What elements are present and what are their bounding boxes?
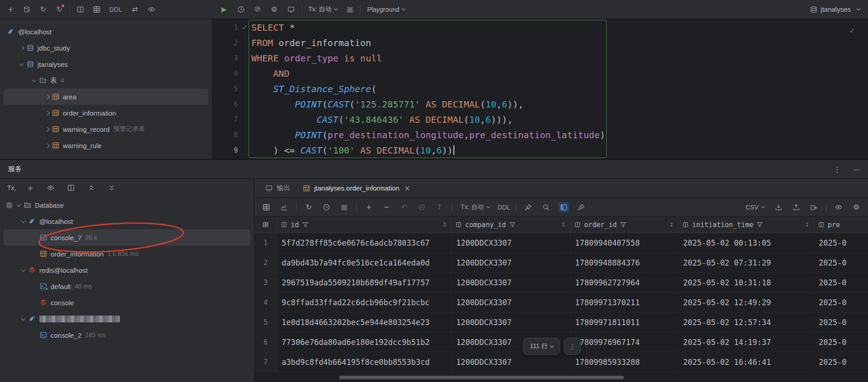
table-cell[interactable]: 2025-05-02 10:31:18 — [679, 273, 814, 292]
table-cell[interactable]: 9c8ffad33ffad22c6dcb96bc9f21bcbc — [277, 293, 452, 312]
table-cell[interactable]: 1200DDCX3307 — [452, 293, 571, 312]
tree-item-order-information[interactable]: order_information — [0, 105, 212, 121]
sort-icon[interactable]: ↕ — [561, 221, 566, 228]
current-database-dropdown[interactable]: jtanalyses — [810, 5, 868, 13]
row-number[interactable]: 5 — [255, 312, 277, 332]
view-options-button[interactable] — [44, 182, 57, 194]
explain-plan-button[interactable]: ℗ — [251, 3, 264, 15]
editor-line[interactable]: 1 ✓ SELECT * — [212, 20, 868, 35]
export-button[interactable] — [808, 202, 819, 213]
table-cell[interactable]: 1200DDCX3307 — [452, 312, 571, 332]
tree-item-area[interactable]: area — [4, 89, 208, 105]
column-header-initiation-time[interactable]: initiation_time ↕ — [679, 217, 814, 233]
editor-line[interactable]: 2 FROM order_information — [212, 35, 868, 51]
pin-tab-button[interactable] — [523, 202, 534, 213]
tree-item-console-7[interactable]: console_7 26 s — [4, 229, 250, 246]
stop-query-button[interactable]: ■ — [339, 202, 349, 213]
row-count-dropdown[interactable]: 111 行 — [523, 338, 560, 355]
reload-button[interactable]: ↻ — [303, 202, 314, 213]
column-header-order-id[interactable]: order_id ↕ — [571, 217, 679, 233]
table-cell[interactable]: 1200DDCX3307 — [452, 352, 571, 372]
table-cell[interactable]: 17809948884376 — [571, 253, 679, 272]
row-number[interactable]: 2 — [255, 253, 277, 272]
grid-view-button[interactable] — [261, 202, 272, 213]
import-button[interactable] — [773, 202, 784, 213]
collapse-all-button[interactable] — [105, 182, 118, 194]
table-cell[interactable]: 2025-05-02 00:13:05 — [679, 233, 814, 252]
editor-line[interactable]: 6 POINT(CAST('125.285771' AS DECIMAL(10,… — [212, 97, 868, 112]
editor-line[interactable]: 7 CAST('43.846436' AS DECIMAL(10,6))), — [212, 112, 868, 127]
table-cell[interactable]: 17809971370211 — [571, 293, 679, 312]
add-button[interactable]: + — [24, 182, 36, 194]
table-cell[interactable]: 1200DDCX3307 — [452, 253, 571, 272]
table-cell[interactable]: 2967519ada5509210b689df49af17757 — [277, 273, 452, 292]
expand-all-button[interactable] — [85, 182, 97, 194]
view-settings-button[interactable] — [558, 202, 569, 213]
filter-icon[interactable] — [757, 222, 763, 228]
tree-item-console-2[interactable]: console_2 165 ms — [0, 327, 254, 343]
table-cell[interactable]: 5f7d278ff85c6e0676c6adcb78033c67 — [277, 233, 452, 252]
tree-item-order-information-result[interactable]: order_information 1 s 856 ms — [0, 246, 254, 262]
playground-dropdown[interactable]: Playground — [365, 6, 407, 13]
preview-button[interactable] — [145, 3, 157, 15]
table-cell[interactable]: 2025-0 — [814, 312, 868, 332]
editor-line[interactable]: 4 AND — [212, 66, 868, 81]
table-cell[interactable]: 2025-05-02 07:31:29 — [679, 253, 814, 272]
results-ddl-button[interactable]: DDL — [498, 202, 509, 213]
column-header-company-id[interactable]: company_id ↕ — [452, 217, 571, 233]
row-count-menu-button[interactable]: ⋮ — [564, 338, 581, 355]
table-cell[interactable]: 17809962727964 — [571, 273, 679, 292]
tab-order-information[interactable]: jtanalyses.order_information × — [297, 179, 416, 197]
tree-item-warning-record[interactable]: warning_record 预警记录表 — [0, 121, 212, 137]
tree-item-tables-folder[interactable]: 表 4 — [0, 72, 212, 89]
chart-view-button[interactable] — [278, 202, 289, 213]
sort-icon[interactable]: ↕ — [805, 221, 810, 228]
table-cell[interactable]: 2025-0 — [814, 233, 868, 252]
table-cell[interactable]: 2025-0 — [814, 253, 868, 272]
column-header-pre[interactable]: pre — [814, 217, 868, 233]
corner-cell[interactable] — [255, 217, 277, 233]
filter-icon[interactable] — [509, 222, 515, 228]
compare-button[interactable]: ⇄ — [129, 3, 141, 15]
datasource-properties-button[interactable] — [21, 3, 33, 15]
preview-changes-button[interactable] — [416, 202, 427, 213]
tree-item-redis-console[interactable]: console — [0, 294, 254, 311]
tree-item-redis-default[interactable]: default 48 ms — [0, 278, 254, 294]
sync-button[interactable]: ↻ — [53, 3, 66, 15]
stop-button[interactable]: ■ — [344, 3, 356, 15]
table-row[interactable]: 7a3bd9c8fd4b664195f8ce0bb8553b3cd1200DDC… — [255, 352, 868, 372]
row-number[interactable]: 6 — [255, 332, 277, 352]
query-history-button[interactable] — [321, 202, 332, 213]
tree-item-localhost[interactable]: @localhost — [0, 23, 212, 40]
results-view-button[interactable] — [833, 202, 844, 213]
dump-button[interactable] — [791, 202, 802, 213]
tree-item-redacted-connection[interactable] — [0, 311, 254, 327]
table-row[interactable]: 51e0d18d4663202bec5e944e803254e231200DDC… — [255, 312, 868, 332]
table-cell[interactable]: 1200DDCX3307 — [452, 273, 571, 292]
tree-item-jtanalyses[interactable]: jtanalyses — [0, 56, 212, 72]
tree-item-localhost-session[interactable]: @localhost — [0, 213, 254, 229]
tab-output[interactable]: 输出 — [259, 179, 297, 197]
table-cell[interactable]: 2025-0 — [814, 273, 868, 292]
table-cell[interactable]: 2025-0 — [814, 293, 868, 312]
submit-button[interactable]: ↑ — [434, 202, 445, 213]
add-row-button[interactable]: + — [363, 202, 374, 213]
editor-line[interactable]: 3 WHERE order_type is null — [212, 51, 868, 66]
tree-item-jdbc-study[interactable]: jdbc_study — [0, 40, 212, 56]
history-button[interactable] — [235, 3, 247, 15]
column-header-id[interactable]: id ↕ — [277, 217, 452, 233]
table-cell[interactable]: 2025-05-02 14:19:37 — [679, 332, 814, 352]
filter-icon[interactable] — [620, 222, 626, 228]
row-number[interactable]: 4 — [255, 293, 277, 312]
filter-icon[interactable] — [302, 222, 308, 228]
editor-line-current[interactable]: 9 ) <= CAST('100' AS DECIMAL(10,6)) — [212, 143, 868, 158]
table-cell[interactable]: 2025-0 — [814, 332, 868, 352]
sort-icon[interactable]: ↕ — [669, 221, 674, 228]
table-cell[interactable]: da9bd43b7a94fc0e516ce1ca164eda0d — [277, 253, 452, 272]
refresh-button[interactable]: ↻ — [37, 3, 49, 15]
tx-mode-dropdown[interactable]: Tx: 自动 — [307, 5, 339, 14]
tree-item-redis-localhost[interactable]: redis@localhost — [0, 262, 254, 278]
horizontal-scrollbar[interactable] — [339, 376, 624, 379]
add-datasource-button[interactable]: + — [5, 3, 17, 15]
results-settings-button[interactable]: ⚙ — [851, 202, 862, 213]
